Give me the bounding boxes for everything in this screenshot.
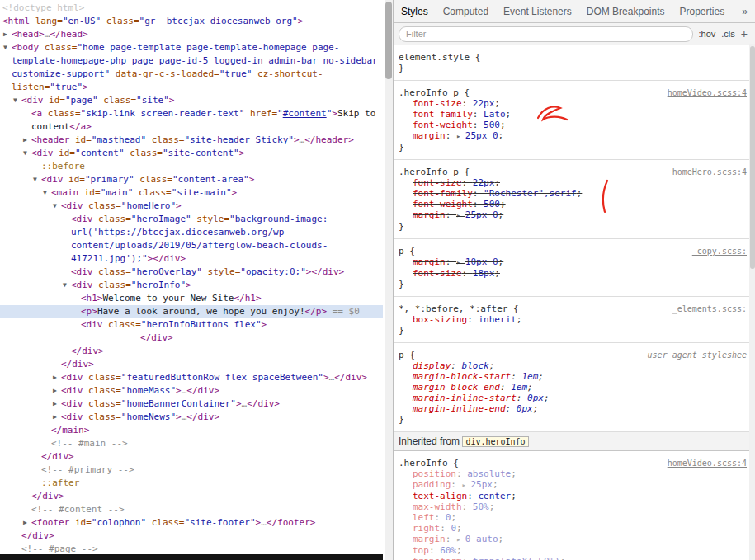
css-property-name[interactable]: font-size (413, 268, 462, 279)
css-property-name[interactable]: margin (413, 209, 446, 220)
stylesheet-source-link[interactable]: _copy.scss: (692, 246, 747, 256)
css-property[interactable]: margin-block-end: 1em; (399, 382, 746, 393)
css-property[interactable]: font-size: 18px; (399, 268, 746, 279)
dom-tree-line[interactable]: <!-- #primary --> (0, 464, 383, 477)
dom-tree-line[interactable]: <div class="heroOverlay" style="opacity:… (0, 266, 383, 279)
stylesheet-source-link[interactable]: homeVideo.scss:4 (668, 458, 747, 468)
expand-arrow-icon[interactable]: ▶ (53, 398, 57, 411)
css-property-value[interactable]: "Rochester",serif (484, 188, 577, 199)
css-property-name[interactable]: margin-block-end (413, 382, 500, 393)
css-property-value[interactable]: 22px (473, 177, 495, 188)
collapse-arrow-icon[interactable]: ▼ (53, 200, 57, 213)
css-property-value[interactable]: absolute (467, 468, 511, 479)
horizontal-scrollbar-thumb[interactable] (0, 554, 383, 560)
css-property-name[interactable]: transform (413, 556, 462, 560)
dom-tree-line[interactable]: ▼<div id="page" class="site"> (0, 94, 383, 107)
css-property-name[interactable]: font-size (413, 177, 462, 188)
styles-vertical-scrollbar[interactable] (749, 44, 755, 560)
css-property-value[interactable]: 25px (470, 479, 493, 490)
tab-properties[interactable]: Properties (672, 6, 732, 17)
scrollbar-thumb[interactable] (750, 46, 755, 269)
overflow-tabs-icon[interactable]: » (734, 6, 755, 17)
tab-dom-breakpoints[interactable]: DOM Breakpoints (579, 6, 672, 17)
css-property[interactable]: transform: translateY(-50%); (399, 556, 746, 560)
stylesheet-source-link[interactable]: homeHero.scss:4 (672, 167, 747, 177)
expand-arrow-icon[interactable]: ▶ (53, 411, 57, 424)
css-property[interactable]: right: 0; (399, 523, 746, 534)
css-property-value[interactable]: 0px (517, 403, 533, 414)
dom-tree-line[interactable]: </div> (0, 490, 383, 503)
css-property[interactable]: margin-inline-end: 0px; (399, 403, 746, 414)
expand-arrow-icon[interactable]: ▶ (53, 371, 57, 384)
expand-shorthand-icon[interactable]: ▸ (456, 211, 465, 219)
dom-tree-line[interactable]: ::before (0, 160, 383, 173)
rule-selector[interactable]: .heroInfo (399, 458, 448, 468)
dom-tree-line[interactable]: ▼<main id="main" class="site-main"> (0, 186, 383, 200)
css-property[interactable]: margin: ▸ 10px 0; (399, 256, 746, 268)
collapse-arrow-icon[interactable]: ▼ (3, 41, 7, 54)
css-property-name[interactable]: left (413, 512, 435, 523)
rule-selector[interactable]: .heroInfo p (399, 167, 459, 177)
css-property[interactable]: padding: ▸ 25px; (399, 479, 746, 491)
css-property-value[interactable]: 1em (521, 371, 538, 382)
css-property-name[interactable]: margin (413, 256, 446, 267)
dom-tree-line[interactable]: ▼<div class="heroInfo"> (0, 279, 383, 292)
css-property-value[interactable]: 500 (484, 199, 500, 209)
dom-tree-line[interactable]: </div> (0, 358, 383, 371)
css-property-value[interactable]: 0px (527, 393, 544, 403)
expand-shorthand-icon[interactable]: ▸ (456, 535, 465, 544)
css-property-name[interactable]: box-sizing (413, 314, 467, 325)
css-property-value[interactable]: translateY(-50%) (473, 556, 560, 560)
css-property-name[interactable]: font-size (413, 98, 462, 109)
css-property-name[interactable]: right (413, 523, 440, 534)
css-property[interactable]: font-family: Lato; (399, 109, 746, 120)
dom-tree-line[interactable]: </div> (0, 529, 383, 543)
css-property[interactable]: position: absolute; (399, 468, 746, 479)
css-property-name[interactable]: font-weight (413, 120, 473, 130)
dom-tree-line[interactable]: <a class="skip-link screen-reader-text" … (0, 107, 383, 134)
css-property-name[interactable]: margin-inline-start (413, 393, 517, 403)
dom-tree-line[interactable]: </div> (0, 332, 383, 345)
css-property-value[interactable]: 0 (451, 523, 456, 534)
css-property-value[interactable]: 22px (473, 98, 495, 109)
css-property-value[interactable]: 25px 0 (465, 130, 498, 141)
tab-computed[interactable]: Computed (436, 6, 496, 17)
dom-tree-line[interactable]: <!-- #content --> (0, 503, 383, 516)
element-classes-toggle[interactable]: .cls (721, 29, 735, 39)
expand-arrow-icon[interactable]: ▶ (53, 384, 57, 398)
style-filter-input[interactable] (399, 26, 693, 42)
css-property-value[interactable]: block (462, 360, 489, 371)
dom-tree-line[interactable]: ▶<head>…</head> (0, 28, 383, 41)
inherited-node-chip[interactable]: div.heroInfo (462, 436, 528, 447)
css-property-value[interactable]: 10px 0 (465, 256, 498, 267)
css-property[interactable]: font-size: 22px; (399, 177, 746, 188)
css-property-name[interactable]: margin-inline-end (413, 403, 506, 414)
css-property[interactable]: margin: ▸ 25px 0; (399, 130, 746, 142)
rule-selector[interactable]: .heroInfo p (399, 87, 459, 98)
css-property-value[interactable]: 25px 0 (465, 209, 498, 220)
dom-tree-line[interactable]: <div class="heroImage" style="background… (0, 213, 383, 266)
rule-selector[interactable]: element.style (399, 52, 470, 63)
css-property[interactable]: font-weight: 500; (399, 199, 746, 209)
dom-tree-line[interactable]: ▼<body class="home page-template page-te… (0, 41, 383, 94)
css-property[interactable]: font-family: "Rochester",serif; (399, 188, 746, 199)
css-property-value[interactable]: 50% (473, 501, 489, 512)
css-property-value[interactable]: 18px (473, 268, 495, 279)
collapse-arrow-icon[interactable]: ▼ (33, 173, 37, 186)
dom-tree-line[interactable]: ▶<div class="featuredButtonRow flex spac… (0, 371, 383, 384)
stylesheet-source-link[interactable]: homeVideo.scss:4 (668, 87, 747, 98)
css-property-name[interactable]: margin (413, 534, 446, 544)
rule-selector[interactable]: p (399, 350, 404, 360)
css-property-value[interactable]: center (478, 491, 511, 501)
expand-shorthand-icon[interactable]: ▸ (456, 132, 465, 140)
expand-shorthand-icon[interactable]: ▸ (462, 481, 471, 489)
dom-tree-line[interactable]: ▶<header id="masthead" class="site-heade… (0, 134, 383, 147)
dom-tree-line[interactable]: ::after (0, 477, 383, 490)
dom-tree-line[interactable]: ▶<div class="homeBannerContainer">…</div… (0, 398, 383, 411)
rule-selector[interactable]: *, *:before, *:after (399, 304, 507, 314)
tab-styles[interactable]: Styles (394, 6, 436, 17)
css-property-value[interactable]: 0 auto (465, 534, 498, 544)
expand-arrow-icon[interactable]: ▶ (23, 134, 27, 147)
css-property-name[interactable]: margin-block-start (413, 371, 511, 382)
dom-tree-line[interactable]: ▼<div id="primary" class="content-area"> (0, 173, 383, 186)
